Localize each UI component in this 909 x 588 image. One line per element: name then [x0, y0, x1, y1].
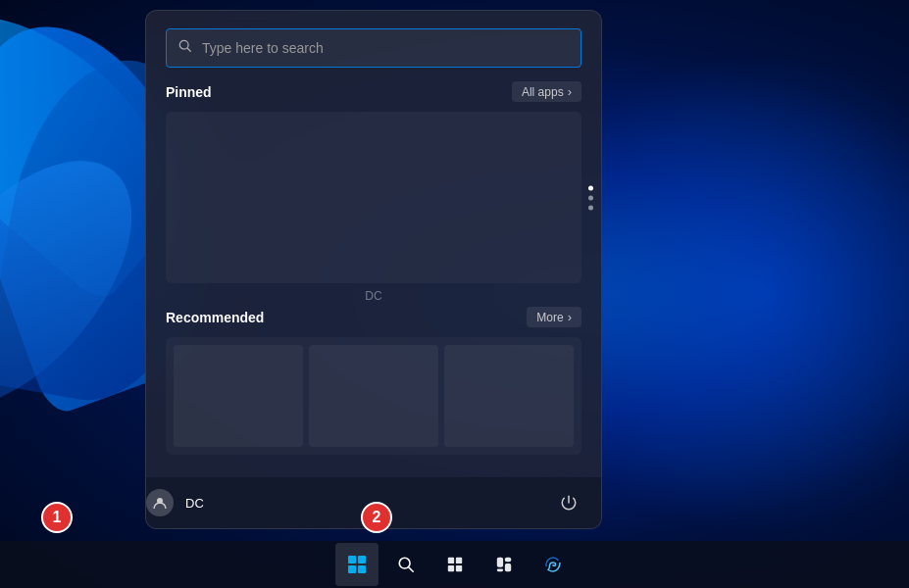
- svg-line-1: [187, 48, 190, 51]
- power-button[interactable]: [552, 486, 585, 519]
- widgets-icon: [495, 556, 513, 573]
- search-bar[interactable]: [166, 28, 581, 68]
- recommended-section: Recommended More ›: [146, 307, 601, 477]
- dc-label: DC: [146, 283, 601, 307]
- recommended-item-1[interactable]: [174, 345, 303, 447]
- annotation-badge-2: 2: [361, 502, 392, 533]
- pinned-header: Pinned All apps ›: [166, 81, 581, 102]
- scroll-dot-3: [588, 205, 593, 210]
- annotation-badge-1: 1: [41, 502, 73, 533]
- taskbar-center: [335, 543, 575, 586]
- chevron-right-icon: ›: [568, 84, 572, 99]
- task-view-button[interactable]: [433, 543, 477, 586]
- recommended-header: Recommended More ›: [166, 307, 581, 327]
- scroll-dot-2: [588, 195, 593, 200]
- avatar[interactable]: [146, 489, 174, 516]
- svg-rect-12: [496, 569, 502, 572]
- widgets-button[interactable]: [482, 543, 526, 586]
- more-button[interactable]: More ›: [527, 307, 581, 327]
- scroll-dots: [588, 185, 593, 210]
- recommended-item-3[interactable]: [444, 345, 574, 447]
- recommended-item-2[interactable]: [309, 345, 438, 447]
- svg-line-4: [408, 567, 413, 572]
- pinned-title: Pinned: [166, 84, 212, 100]
- search-icon: [397, 556, 415, 573]
- chevron-right-icon: ›: [568, 310, 572, 324]
- svg-rect-11: [504, 564, 510, 571]
- search-input[interactable]: [202, 40, 569, 56]
- svg-rect-7: [447, 565, 453, 571]
- search-button[interactable]: [384, 543, 428, 586]
- task-view-icon: [446, 556, 464, 573]
- start-menu: Pinned All apps › DC Recommended More ›: [145, 10, 602, 529]
- start-button[interactable]: [335, 543, 379, 586]
- svg-rect-5: [447, 558, 453, 564]
- svg-rect-9: [496, 558, 502, 567]
- scroll-dot-1: [588, 185, 593, 190]
- recommended-title: Recommended: [166, 310, 264, 325]
- edge-icon: [543, 555, 563, 574]
- svg-rect-8: [455, 565, 461, 571]
- edge-button[interactable]: [531, 543, 575, 586]
- svg-rect-10: [504, 558, 510, 563]
- pinned-section: Pinned All apps ›: [146, 81, 601, 283]
- windows-logo-icon: [348, 556, 366, 573]
- search-icon: [178, 39, 192, 57]
- all-apps-button[interactable]: All apps ›: [512, 81, 581, 102]
- svg-rect-6: [455, 558, 461, 564]
- search-bar-container: [146, 11, 601, 81]
- pinned-grid: [166, 112, 581, 283]
- recommended-grid: [166, 337, 581, 455]
- taskbar: [0, 541, 909, 588]
